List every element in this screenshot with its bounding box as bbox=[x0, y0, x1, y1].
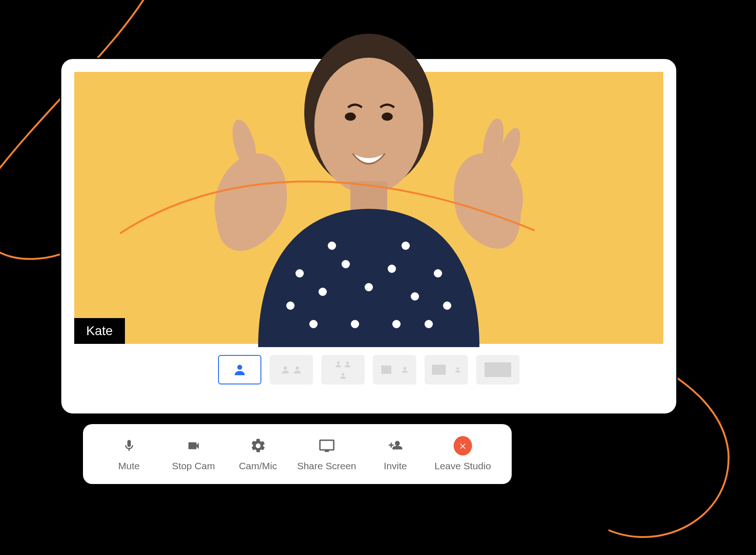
cam-mic-label: Cam/Mic bbox=[239, 461, 277, 472]
svg-point-11 bbox=[351, 320, 359, 328]
svg-point-30 bbox=[403, 367, 406, 370]
svg-point-27 bbox=[346, 361, 349, 364]
svg-point-8 bbox=[411, 292, 419, 301]
layout-full-screen-button[interactable] bbox=[476, 355, 520, 384]
svg-point-1 bbox=[314, 58, 423, 194]
svg-point-24 bbox=[284, 366, 287, 370]
layout-selector-row bbox=[74, 355, 663, 384]
layout-two-up-button[interactable] bbox=[270, 355, 313, 384]
microphone-icon bbox=[120, 437, 138, 455]
svg-point-7 bbox=[388, 265, 396, 273]
svg-rect-29 bbox=[381, 366, 391, 374]
layout-three-up-button[interactable] bbox=[321, 355, 365, 384]
svg-point-4 bbox=[319, 288, 327, 296]
svg-point-6 bbox=[365, 283, 373, 291]
invite-label: Invite bbox=[384, 461, 407, 472]
gear-icon bbox=[249, 437, 267, 455]
svg-point-22 bbox=[382, 112, 393, 121]
svg-point-17 bbox=[402, 242, 410, 250]
svg-point-5 bbox=[342, 260, 350, 268]
share-screen-label: Share Screen bbox=[297, 461, 356, 472]
monitor-icon bbox=[318, 437, 336, 455]
svg-point-16 bbox=[328, 242, 336, 250]
camera-icon bbox=[184, 437, 203, 455]
person-add-icon bbox=[386, 437, 405, 455]
svg-point-26 bbox=[337, 361, 340, 364]
participant-name-badge: Kate bbox=[74, 318, 125, 344]
share-screen-button[interactable]: Share Screen bbox=[297, 437, 356, 472]
layout-solo-button[interactable] bbox=[218, 355, 261, 384]
svg-point-12 bbox=[392, 320, 401, 328]
svg-point-32 bbox=[456, 367, 459, 370]
svg-point-28 bbox=[342, 373, 344, 376]
participant-name: Kate bbox=[86, 324, 113, 338]
svg-point-3 bbox=[295, 269, 304, 278]
svg-rect-2 bbox=[350, 181, 387, 213]
svg-point-10 bbox=[309, 320, 318, 328]
studio-toolbar: Mute Stop Cam Cam/Mic Share Screen Invit… bbox=[83, 424, 512, 484]
svg-rect-31 bbox=[432, 365, 446, 375]
invite-button[interactable]: Invite bbox=[370, 437, 421, 472]
leave-studio-button[interactable]: Leave Studio bbox=[434, 437, 491, 472]
svg-point-14 bbox=[286, 301, 295, 310]
mute-label: Mute bbox=[118, 461, 140, 472]
stop-cam-label: Stop Cam bbox=[172, 461, 215, 472]
leave-label: Leave Studio bbox=[434, 461, 491, 472]
svg-point-25 bbox=[295, 366, 299, 370]
close-icon bbox=[454, 437, 472, 455]
mute-button[interactable]: Mute bbox=[104, 437, 154, 472]
stop-cam-button[interactable]: Stop Cam bbox=[168, 437, 219, 472]
svg-rect-33 bbox=[484, 362, 511, 377]
studio-window: Kate bbox=[60, 58, 678, 415]
svg-point-13 bbox=[425, 320, 433, 328]
layout-cinema-plus-one-button[interactable] bbox=[425, 355, 468, 384]
cam-mic-settings-button[interactable]: Cam/Mic bbox=[233, 437, 284, 472]
svg-point-21 bbox=[345, 112, 356, 121]
participant-video-silhouette bbox=[161, 15, 576, 347]
layout-screen-plus-one-button[interactable] bbox=[373, 355, 416, 384]
svg-point-15 bbox=[443, 301, 451, 310]
svg-point-23 bbox=[237, 365, 242, 370]
svg-point-9 bbox=[434, 269, 442, 278]
